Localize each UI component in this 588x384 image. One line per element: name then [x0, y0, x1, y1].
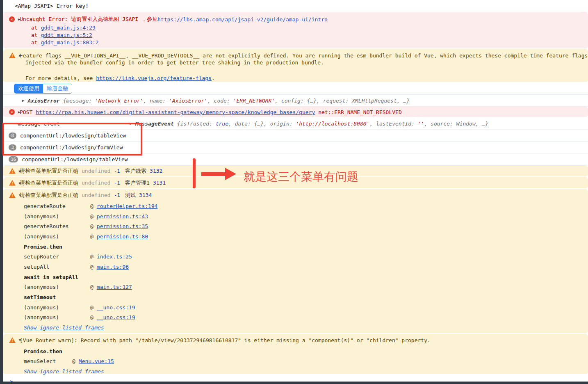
source-link[interactable]: Menu.vue:15: [79, 358, 114, 364]
menu-name: 客户管理1: [125, 179, 150, 187]
source-link[interactable]: gddt_main.js:803:2: [41, 39, 99, 46]
warning-text-line2: injected via the bundler config in order…: [25, 59, 588, 68]
source-link[interactable]: __uno.css:19: [97, 304, 135, 311]
object-preview: {message: 'Network Error', name: 'AxiosE…: [63, 98, 410, 104]
source-link[interactable]: __uno.css:19: [97, 314, 135, 320]
stack-frame: setupAll @main.ts:96: [24, 262, 588, 272]
stack-frame: (anonymous) @main.ts:127: [24, 282, 588, 293]
object-class-name: AxiosError: [27, 98, 59, 104]
stack-frame: (anonymous) @__uno.css:19: [24, 313, 588, 323]
expand-arrow-icon[interactable]: ▶: [22, 98, 24, 103]
log-text: componentUrl:/lowdesign/formView: [20, 144, 123, 151]
source-link[interactable]: permission.ts:35: [97, 223, 148, 229]
stack-frame: setupRouter @index.ts:25: [24, 251, 588, 262]
stack-at-line: atgddt_main.js:803:2: [31, 39, 588, 46]
badge-company: 翰唐金融: [43, 84, 72, 93]
stack-trace: Promise.then menuSelect @Menu.vue:15 Sho…: [24, 346, 588, 377]
request-url-link[interactable]: https://rpa.his.huawei.com/digital-assis…: [36, 109, 315, 115]
error-icon: ✕: [9, 109, 15, 115]
warning-details: For more details, see https://link.vuejs…: [25, 75, 588, 83]
stack-at-line: atgddt_main.js:4:29: [31, 24, 588, 31]
request-method: POST: [20, 109, 32, 115]
warning-text-line1: Feature flags __VUE_OPTIONS_API__, __VUE…: [20, 53, 588, 59]
log-component-url: 8 componentUrl:/lowdesign/tableView: [3, 130, 588, 142]
source-link[interactable]: permission.ts:43: [97, 213, 148, 219]
object-class-name: MessageEvent: [135, 121, 174, 127]
warning-icon: !: [9, 192, 16, 198]
stack-frame-async: setTimeout: [24, 292, 588, 302]
source-link[interactable]: main.ts:127: [97, 284, 132, 290]
warning-icon: !: [9, 180, 16, 186]
repeat-count-badge: 8: [9, 133, 16, 139]
warning-menu-config-expanded: ! ▼ 请检查菜单配置是否正确 undefined -1 测试 3134 gen…: [3, 189, 588, 334]
stack-frame: (anonymous) @permission.ts:80: [24, 231, 588, 242]
left-edge-strip: [0, 0, 3, 382]
source-link[interactable]: permission.ts:80: [97, 233, 148, 240]
show-ignore-listed-frames-link[interactable]: Show ignore-listed frames: [24, 325, 104, 331]
menu-name: 测试: [125, 192, 136, 199]
error-uncaught-amap: ✕ ▶ Uncaught Error: 请前置引入高德地图 JSAPI ，参见h…: [3, 12, 588, 49]
log-text: componentUrl:/lowdesign/tableView: [20, 133, 126, 139]
stack-frame: menuSelect @Menu.vue:15: [24, 357, 588, 367]
error-network-post: ✕ ▶ POST https://rpa.his.huawei.com/digi…: [3, 107, 588, 118]
stack-frame-async: Promise.then: [24, 346, 588, 357]
warning-text: [Vue Router warn]: Record with path "/ta…: [20, 337, 431, 343]
stack-at-line: atgddt_main.js:5:2: [31, 31, 588, 39]
log-text: <AMap JSAPI> Error key!: [15, 3, 89, 9]
source-link[interactable]: main.ts:96: [97, 264, 129, 270]
badge-welcome: 欢迎使用: [14, 84, 43, 93]
log-label: message event-------------------: [18, 121, 121, 127]
warning-feature-flags: ! ▶ Feature flags __VUE_OPTIONS_API__, _…: [3, 49, 588, 83]
log-message-event: message event------------------- ▶ Messa…: [3, 118, 588, 130]
source-link[interactable]: gddt_main.js:5:2: [41, 32, 92, 38]
object-preview: {isTrusted: true, data: {…}, origin: 'ht…: [177, 121, 488, 127]
log-welcome-badge: 欢迎使用 翰唐金融: [3, 83, 588, 95]
warning-icon: !: [9, 337, 16, 343]
stack-frame: (anonymous) @__uno.css:19: [24, 302, 588, 313]
warning-icon: !: [9, 53, 16, 58]
stack-frame-async: await in setupAll: [24, 272, 588, 282]
menu-id: 3131: [153, 180, 166, 186]
stack-trace: generateRoute @routerHelper.ts:194 (anon…: [24, 201, 588, 336]
log-component-url: 3 componentUrl:/lowdesign/formView: [3, 142, 588, 153]
stack-frame: (anonymous) @permission.ts:43: [24, 211, 588, 222]
menu-name: 客户线索: [125, 167, 146, 175]
vue-feature-flags-link[interactable]: https://link.vuejs.org/feature-flags: [96, 75, 212, 81]
amap-guide-link[interactable]: https://lbs.amap.com/api/jsapi-v2/guide/…: [157, 16, 328, 23]
warning-icon: !: [9, 168, 16, 174]
stack-frame-async: Promise.then: [24, 242, 588, 252]
stack-frame: generateRoutes @permission.ts:35: [24, 221, 588, 231]
repeat-count-badge: 3: [9, 144, 16, 151]
warning-menu-config: ! ▶ 请检查菜单配置是否正确 undefined -1 客户管理1 3131: [3, 177, 588, 189]
log-text: componentUrl:/lowdesign/tableView: [22, 156, 128, 162]
log-component-url: 16 componentUrl:/lowdesign/tableView: [3, 153, 588, 165]
log-amap-error: <AMap JSAPI> Error key!: [3, 0, 588, 12]
log-axios-error: ▶ AxiosError {message: 'Network Error', …: [3, 95, 588, 107]
menu-id: 3134: [139, 192, 152, 198]
error-message: Uncaught Error: 请前置引入高德地图 JSAPI ，参见: [20, 16, 157, 23]
network-error-status: net::ERR_NAME_NOT_RESOLVED: [318, 109, 402, 115]
warning-vue-router: ! ▼ [Vue Router warn]: Record with path …: [3, 334, 588, 375]
warning-menu-config: ! ▶ 请检查菜单配置是否正确 undefined -1 客户线索 3132: [3, 165, 588, 177]
menu-id: 3132: [150, 168, 162, 174]
source-link[interactable]: gddt_main.js:4:29: [41, 25, 96, 31]
show-ignore-listed-frames-link[interactable]: Show ignore-listed frames: [24, 368, 104, 375]
source-link[interactable]: index.ts:25: [97, 254, 132, 260]
bottom-edge-strip: [0, 382, 588, 384]
brand-badge: 欢迎使用 翰唐金融: [14, 84, 72, 94]
stack-frame: generateRoute @routerHelper.ts:194: [24, 201, 588, 211]
devtools-console: <AMap JSAPI> Error key! ✕ ▶ Uncaught Err…: [0, 0, 588, 384]
expand-arrow-icon[interactable]: ▶: [130, 121, 132, 126]
error-icon: ✕: [9, 16, 15, 22]
source-link[interactable]: routerHelper.ts:194: [97, 203, 158, 209]
repeat-count-badge: 16: [9, 156, 18, 162]
